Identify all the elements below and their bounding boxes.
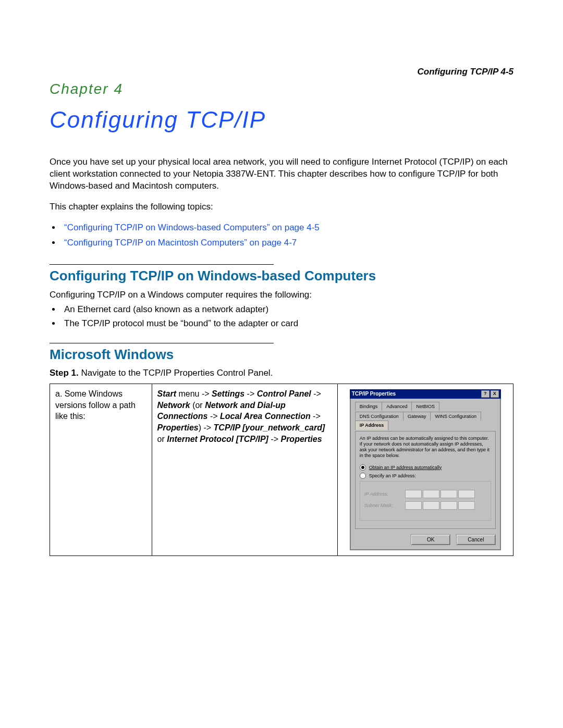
path-token: Start bbox=[157, 389, 176, 398]
intro-paragraph: Once you have set up your physical local… bbox=[50, 156, 513, 192]
topics-lead: This chapter explains the following topi… bbox=[50, 201, 513, 213]
list-item: The TCP/IP protocol must be “bound” to t… bbox=[61, 317, 513, 330]
tab-ipaddress[interactable]: IP Address bbox=[355, 421, 389, 429]
step-text: Navigate to the TCP/IP Properties Contro… bbox=[79, 368, 273, 378]
radio-icon bbox=[360, 473, 366, 479]
path-token: Properties bbox=[280, 435, 322, 443]
path-token: Internet Protocol [TCP/IP] bbox=[167, 435, 268, 443]
subnet-mask-input[interactable] bbox=[405, 501, 475, 510]
ip-address-input[interactable] bbox=[405, 490, 475, 498]
step-line: Step 1. Navigate to the TCP/IP Propertie… bbox=[50, 368, 513, 378]
tcpip-properties-dialog: TCP/IP Properties ? X Bindings Advanced … bbox=[350, 389, 501, 550]
path-token: Settings bbox=[212, 389, 244, 398]
requirements-list: An Ethernet card (also known as a networ… bbox=[50, 303, 513, 330]
dialog-description: An IP address can be automatically assig… bbox=[360, 436, 491, 459]
section-lead: Configuring TCP/IP on a Windows computer… bbox=[50, 289, 513, 301]
subnet-mask-label: Subnet Mask: bbox=[364, 502, 401, 509]
path-sep: (or bbox=[190, 401, 205, 410]
radio-label: Obtain an IP address automatically bbox=[369, 464, 442, 471]
dialog-titlebar: TCP/IP Properties ? X bbox=[350, 389, 501, 399]
path-token: Local Area Connection bbox=[220, 412, 311, 421]
running-head: Configuring TCP/IP 4-5 bbox=[418, 67, 513, 77]
ip-field-group: IP Address: Subnet Mask: bbox=[360, 481, 491, 521]
ok-button[interactable]: OK bbox=[411, 534, 450, 546]
path-sep: -> bbox=[311, 389, 321, 398]
section-heading: Microsoft Windows bbox=[50, 347, 513, 363]
table-row: a. Some Windows versions follow a path l… bbox=[50, 384, 513, 556]
table-cell-screenshot: TCP/IP Properties ? X Bindings Advanced … bbox=[337, 384, 513, 556]
dialog-title: TCP/IP Properties bbox=[352, 390, 396, 398]
chapter-label: Chapter 4 bbox=[50, 81, 513, 97]
document-page: Configuring TCP/IP 4-5 Chapter 4 Configu… bbox=[0, 0, 563, 728]
radio-manual[interactable]: Specify an IP address: bbox=[360, 473, 491, 479]
help-button[interactable]: ? bbox=[481, 390, 489, 398]
path-token: Properties bbox=[157, 423, 199, 432]
dialog-tabs-row: DNS Configuration Gateway WINS Configura… bbox=[355, 412, 496, 429]
path-sep: -> bbox=[207, 412, 220, 421]
path-sep: ) -> bbox=[199, 423, 214, 432]
path-sep: -> bbox=[268, 435, 281, 443]
tab-gateway[interactable]: Gateway bbox=[403, 412, 431, 421]
radio-auto[interactable]: Obtain an IP address automatically bbox=[360, 464, 491, 471]
close-button[interactable]: X bbox=[491, 390, 499, 398]
tab-netbios[interactable]: NetBIOS bbox=[411, 402, 439, 411]
path-sep: or bbox=[157, 435, 167, 443]
cancel-button[interactable]: Cancel bbox=[456, 534, 496, 546]
path-sep: menu -> bbox=[176, 389, 212, 398]
section-rule bbox=[50, 264, 274, 265]
tab-wins[interactable]: WINS Configuration bbox=[430, 412, 481, 421]
topic-link[interactable]: “Configuring TCP/IP on Macintosh Compute… bbox=[64, 238, 297, 248]
dialog-tabs-row: Bindings Advanced NetBIOS bbox=[355, 402, 496, 411]
ip-address-label: IP Address: bbox=[364, 491, 401, 497]
dialog-client: Bindings Advanced NetBIOS DNS Configurat… bbox=[350, 399, 501, 550]
path-token: Control Panel bbox=[257, 389, 311, 398]
tab-advanced[interactable]: Advanced bbox=[382, 402, 412, 411]
path-token: Network bbox=[157, 401, 190, 410]
dialog-buttons: OK Cancel bbox=[355, 534, 496, 546]
dialog-panel: An IP address can be automatically assig… bbox=[355, 431, 496, 529]
topic-link[interactable]: “Configuring TCP/IP on Windows-based Com… bbox=[64, 223, 320, 232]
path-token: TCP/IP [your_network_card] bbox=[214, 423, 325, 432]
chapter-title: Configuring TCP/IP bbox=[50, 107, 513, 133]
step-label: Step 1. bbox=[50, 368, 79, 378]
topic-links-list: “Configuring TCP/IP on Windows-based Com… bbox=[50, 220, 513, 251]
path-sep: -> bbox=[311, 412, 321, 421]
tab-dns[interactable]: DNS Configuration bbox=[355, 412, 403, 421]
radio-icon bbox=[360, 464, 366, 471]
tab-bindings[interactable]: Bindings bbox=[355, 402, 383, 411]
table-cell-path: Start menu -> Settings -> Control Panel … bbox=[152, 384, 337, 556]
section-heading: Configuring TCP/IP on Windows-based Comp… bbox=[50, 268, 513, 284]
path-sep: -> bbox=[244, 389, 257, 398]
table-cell-note: a. Some Windows versions follow a path l… bbox=[50, 384, 152, 556]
step-table: a. Some Windows versions follow a path l… bbox=[50, 384, 513, 556]
section-rule bbox=[50, 343, 274, 343]
radio-label: Specify an IP address: bbox=[369, 473, 416, 479]
list-item: An Ethernet card (also known as a networ… bbox=[61, 303, 513, 316]
